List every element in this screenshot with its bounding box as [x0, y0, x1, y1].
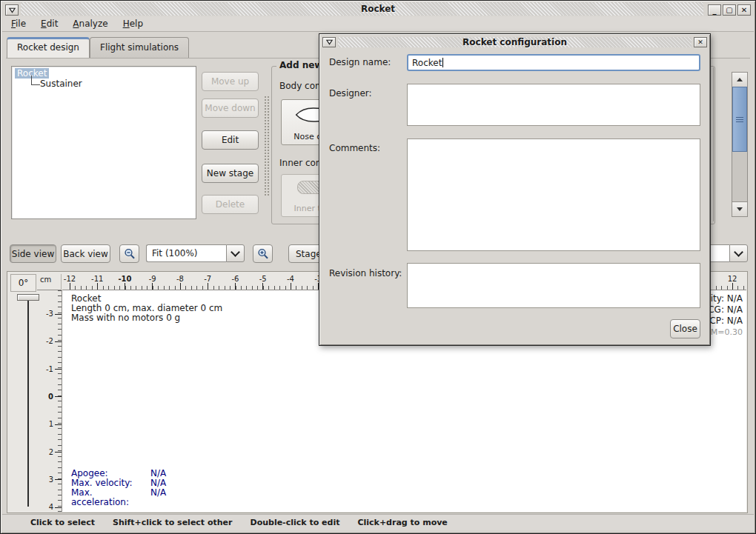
splitter-handle[interactable] [264, 96, 269, 196]
status-bar: Click to select Shift+click to select ot… [2, 514, 754, 530]
dialog-title: Rocket configuration [322, 36, 708, 48]
menu-help[interactable]: Help [123, 19, 143, 29]
rotation-slider-handle[interactable] [17, 294, 39, 301]
component-panel-scrollbar[interactable] [732, 72, 748, 217]
designer-textarea[interactable] [407, 84, 700, 126]
menu-file[interactable]: File [11, 19, 26, 29]
designer-label: Designer: [329, 88, 372, 99]
main-window: Rocket _ ▢ ✕ File Edit Analyze Help Rock… [0, 0, 756, 534]
zoom-combo-dropdown-button[interactable] [226, 244, 245, 262]
hint-shift-click: Shift+click to select other [113, 518, 233, 527]
design-name-label: Design name: [329, 57, 391, 67]
component-tree[interactable]: Rocket Sustainer [11, 66, 196, 219]
comments-textarea[interactable] [407, 138, 700, 251]
close-button[interactable]: ✕ [737, 4, 751, 16]
dialog-close-button[interactable]: ✕ [694, 37, 707, 47]
info-line: Mass with no motors 0 g [71, 313, 222, 323]
tree-item-rocket[interactable]: Rocket [15, 68, 193, 79]
hint-click-select: Click to select [30, 518, 95, 527]
edit-button[interactable]: Edit [202, 130, 259, 150]
tree-elbow-icon [31, 76, 40, 85]
new-stage-button[interactable]: New stage [202, 164, 259, 183]
hint-click-drag: Click+drag to move [357, 518, 447, 527]
scroll-up-button[interactable] [732, 73, 747, 87]
hint-double-click: Double-click to edit [251, 518, 340, 527]
scrollbar-thumb[interactable] [732, 87, 747, 152]
chevron-down-icon [231, 247, 240, 257]
side-view-button[interactable]: Side view [10, 244, 56, 263]
component-panel-edge [713, 67, 714, 221]
max-acceleration-label: Max. acceleration: [71, 488, 150, 507]
rotation-slider-track[interactable] [27, 296, 29, 507]
chevron-down-icon [734, 247, 743, 257]
zoom-out-button[interactable] [119, 244, 139, 263]
design-name-input[interactable]: Rocket [407, 54, 700, 71]
revision-history-label: Revision history: [329, 268, 402, 278]
dialog-titlebar[interactable]: Rocket configuration ✕ [322, 36, 708, 48]
rotation-angle-label: 0° [10, 274, 36, 292]
move-up-button[interactable]: Move up [202, 72, 259, 91]
tree-item-sustainer[interactable]: Sustainer [31, 79, 193, 89]
ruler-unit-label: cm [37, 274, 62, 290]
window-titlebar: Rocket _ ▢ ✕ [2, 2, 754, 16]
configuration-combo-dropdown-button[interactable] [729, 244, 748, 262]
tab-strip: Rocket designFlight simulations [7, 37, 189, 59]
flight-stat-row: Max. acceleration: N/A [71, 488, 166, 507]
menu-analyze[interactable]: Analyze [73, 19, 107, 29]
tab-rocket-design[interactable]: Rocket design [7, 37, 90, 58]
tab-flight-simulations[interactable]: Flight simulations [90, 37, 189, 58]
rocket-info-text: Rocket Length 0 cm, max. diameter 0 cm M… [71, 294, 222, 323]
window-title: Rocket [2, 2, 754, 16]
zoom-level-combo[interactable]: Fit (100%) [146, 244, 245, 262]
back-view-button[interactable]: Back view [61, 244, 110, 263]
max-acceleration-value: N/A [150, 488, 166, 507]
vertical-ruler: -3-2-101234 [37, 290, 62, 512]
text-caret [442, 58, 443, 67]
zoom-in-icon [257, 248, 269, 260]
design-name-value: Rocket [412, 58, 442, 68]
zoom-level-value[interactable]: Fit (100%) [146, 244, 226, 262]
move-down-button[interactable]: Move down [202, 99, 259, 118]
delete-button[interactable]: Delete [202, 195, 259, 214]
rocket-configuration-dialog: Rocket configuration ✕ Design name: Rock… [319, 33, 711, 346]
menu-edit[interactable]: Edit [41, 19, 58, 29]
revision-history-textarea[interactable] [407, 263, 700, 308]
zoom-out-icon [124, 248, 136, 260]
arrow-down-icon [737, 207, 743, 211]
comments-label: Comments: [329, 143, 380, 153]
tree-item-sustainer-label[interactable]: Sustainer [40, 79, 82, 89]
zoom-in-button[interactable] [253, 244, 273, 263]
arrow-up-icon [737, 78, 743, 81]
scroll-down-button[interactable] [732, 201, 747, 216]
menu-bar: File Edit Analyze Help [2, 16, 754, 32]
minimize-button[interactable]: _ [708, 4, 721, 16]
flight-stats-text: Apogee: N/A Max. velocity: N/A Max. acce… [71, 469, 166, 507]
dialog-close-action-button[interactable]: Close [670, 319, 700, 338]
thumb-grip-icon [736, 117, 743, 122]
maximize-button[interactable]: ▢ [723, 4, 736, 16]
